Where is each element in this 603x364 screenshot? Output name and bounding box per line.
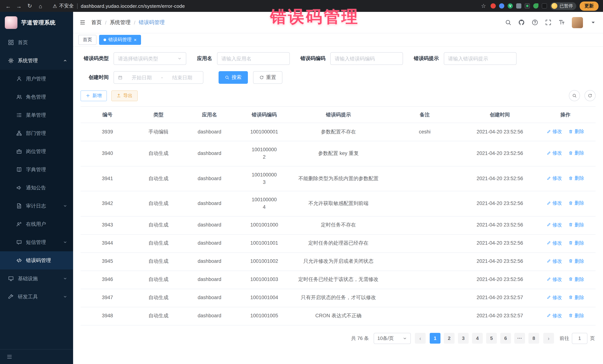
breadcrumb-home[interactable]: 首页 <box>91 19 102 26</box>
breadcrumb-system[interactable]: 系统管理 <box>110 19 131 26</box>
prev-page-button[interactable]: ‹ <box>415 333 426 344</box>
page-button[interactable]: 4 <box>472 333 483 344</box>
close-icon[interactable]: × <box>134 37 137 42</box>
delete-link[interactable]: 删除 <box>569 150 584 157</box>
github-icon[interactable] <box>518 19 525 26</box>
sidebar-item-online-users[interactable]: 在线用户 <box>0 215 73 233</box>
menu-list-icon <box>16 112 22 118</box>
start-date-input[interactable] <box>125 75 158 80</box>
sidebar-item-infrastructure[interactable]: 基础设施 <box>0 269 73 288</box>
edit-link[interactable]: 修改 <box>546 294 562 301</box>
home-icon[interactable]: ⌂ <box>37 3 44 9</box>
edit-link[interactable]: 修改 <box>546 150 562 157</box>
page-button[interactable]: 5 <box>486 333 497 344</box>
back-icon[interactable]: ← <box>4 3 12 9</box>
delete-link[interactable]: 删除 <box>569 257 584 265</box>
tab-error-codes[interactable]: 错误码管理 × <box>99 35 141 45</box>
page-button[interactable]: ··· <box>514 333 525 344</box>
delete-link[interactable]: 删除 <box>569 312 584 319</box>
page-button[interactable]: 3 <box>458 333 469 344</box>
online-user-icon <box>16 221 22 227</box>
delete-link[interactable]: 删除 <box>569 200 584 207</box>
app-logo[interactable]: 芋道管理系统 <box>0 12 73 33</box>
page-button[interactable]: 8 <box>528 333 539 344</box>
page-size-select[interactable]: 10条/页 <box>374 333 411 344</box>
sidebar-item-audit-logs[interactable]: 审计日志 <box>0 197 73 215</box>
delete-link[interactable]: 删除 <box>569 221 584 228</box>
bookmark-star-icon[interactable]: ☆ <box>480 3 487 9</box>
sidebar-item-home[interactable]: 首页 <box>0 33 73 52</box>
chevron-down-icon[interactable] <box>590 19 596 26</box>
font-size-icon[interactable] <box>558 19 565 26</box>
user-avatar[interactable] <box>572 17 583 28</box>
delete-link[interactable]: 删除 <box>569 128 584 135</box>
extension-icon-v[interactable]: V <box>508 3 513 9</box>
cell-hint: 只有开启状态的任务，才可以修改 <box>301 295 376 300</box>
page-button[interactable]: 2 <box>444 333 454 344</box>
edit-link[interactable]: 修改 <box>546 200 562 207</box>
error-type-select-input[interactable] <box>118 56 175 61</box>
toggle-search-button[interactable] <box>569 90 580 101</box>
sidebar-item-roles[interactable]: 角色管理 <box>0 88 73 106</box>
search-button[interactable]: 搜索 <box>219 71 248 84</box>
reload-icon[interactable]: ↻ <box>26 3 33 9</box>
edit-icon <box>546 295 551 300</box>
extension-icon-red[interactable] <box>491 3 496 9</box>
edit-link[interactable]: 修改 <box>546 175 562 182</box>
help-icon[interactable] <box>532 19 538 26</box>
add-button[interactable]: 新增 <box>81 90 107 101</box>
delete-link[interactable]: 删除 <box>569 276 584 283</box>
end-date-input[interactable] <box>165 75 199 80</box>
extension-icon-blue[interactable] <box>499 3 504 9</box>
edit-link[interactable]: 修改 <box>546 239 562 246</box>
forward-icon[interactable]: → <box>15 3 23 9</box>
sidebar-item-notices[interactable]: 通知公告 <box>0 179 73 197</box>
sidebar-collapse-button[interactable] <box>0 349 73 364</box>
paused-badge[interactable]: 已暂停 <box>550 2 576 10</box>
edit-link[interactable]: 修改 <box>546 221 562 228</box>
delete-link[interactable]: 删除 <box>569 294 584 301</box>
address-bar[interactable]: dashboard.yudao.iocoder.cn/system/error-… <box>81 3 185 9</box>
next-page-button[interactable]: › <box>543 333 554 344</box>
fullscreen-icon[interactable] <box>545 19 551 26</box>
edit-link[interactable]: 修改 <box>546 128 562 135</box>
edit-link[interactable]: 修改 <box>546 312 562 319</box>
security-chip[interactable]: ⚠ 不安全 <box>53 3 74 9</box>
sidebar-item-sms[interactable]: 短信管理 <box>0 233 73 251</box>
sidebar-item-devtools[interactable]: 研发工具 <box>0 288 73 306</box>
extension-icon-switch[interactable] <box>525 3 530 9</box>
sidebar-item-departments[interactable]: 部门管理 <box>0 124 73 142</box>
goto-page-input[interactable] <box>572 333 587 344</box>
delete-link[interactable]: 删除 <box>569 175 584 182</box>
reset-button[interactable]: 重置 <box>253 71 282 84</box>
page-button[interactable]: 1 <box>430 333 441 344</box>
browser-update-button[interactable]: 更新 <box>580 1 599 11</box>
extensions-pin-icon[interactable] <box>542 3 547 9</box>
tab-home[interactable]: 首页 <box>78 35 96 45</box>
search-icon[interactable] <box>505 19 511 26</box>
edit-link[interactable]: 修改 <box>546 257 562 265</box>
date-range-picker[interactable]: - <box>114 71 203 84</box>
error-code-input[interactable] <box>335 56 399 61</box>
sidebar-item-users[interactable]: 用户管理 <box>0 70 73 88</box>
table-row: 3948 自动生成 dashboard 1001001005 CRON 表达式不… <box>81 307 596 325</box>
error-hint-input[interactable] <box>448 56 512 61</box>
menu-fold-button[interactable] <box>80 20 85 25</box>
error-type-select[interactable] <box>114 52 186 65</box>
sidebar-item-error-codes[interactable]: 错误码管理 <box>0 251 73 269</box>
export-button[interactable]: 导出 <box>111 90 138 101</box>
app-name-input[interactable] <box>221 56 285 61</box>
sidebar-item-system[interactable]: 系统管理 <box>0 52 73 70</box>
page-button[interactable]: 6 <box>500 333 511 344</box>
sidebar-item-menus[interactable]: 菜单管理 <box>0 106 73 124</box>
extension-icon-grid[interactable] <box>516 3 521 9</box>
sidebar-item-dict[interactable]: 字典管理 <box>0 161 73 179</box>
cell-type: 自动生成 <box>149 277 168 282</box>
refresh-table-button[interactable] <box>584 90 596 101</box>
delete-link[interactable]: 删除 <box>569 239 584 246</box>
message-icon <box>16 240 22 245</box>
extension-icon-leaf[interactable] <box>533 3 538 9</box>
sidebar-item-posts[interactable]: 岗位管理 <box>0 142 73 161</box>
cell-app: dashboard <box>197 295 221 300</box>
edit-link[interactable]: 修改 <box>546 276 562 283</box>
